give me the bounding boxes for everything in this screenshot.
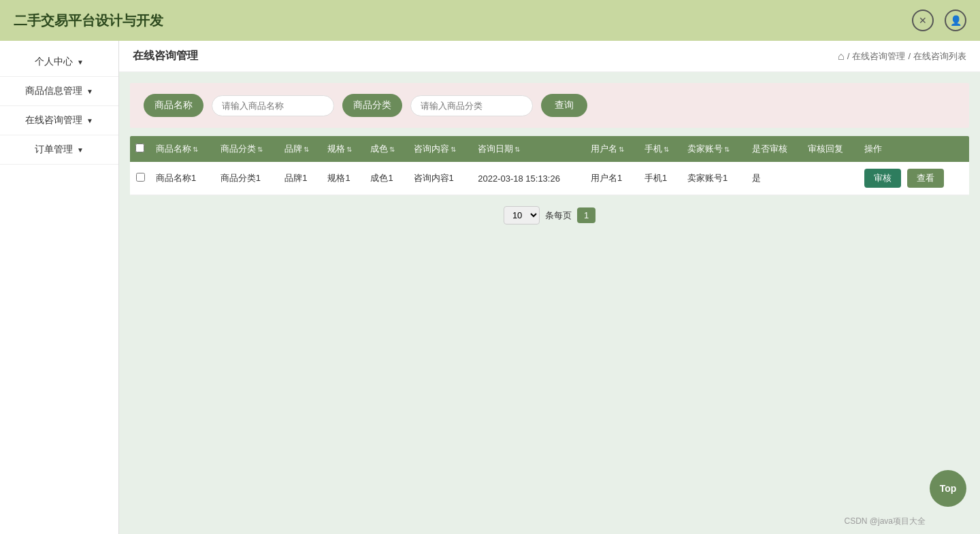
page-title: 在线咨询管理 xyxy=(133,49,198,63)
col-spec[interactable]: 规格⇅ xyxy=(322,136,365,162)
sidebar-item-consultation[interactable]: 在线咨询管理 ▼ xyxy=(0,106,118,135)
app-title: 二手交易平台设计与开发 xyxy=(14,12,163,30)
main-content: 在线咨询管理 ⌂ / 在线咨询管理 / 在线咨询列表 商品名称 商品分类 查询 xyxy=(119,41,980,534)
footer-note: CSDN @java项目大全 xyxy=(844,516,926,527)
col-product-name[interactable]: 商品名称⇅ xyxy=(150,136,215,162)
pagination: 10 20 50 条每页 1 xyxy=(130,195,969,235)
col-brand[interactable]: 品牌⇅ xyxy=(279,136,322,162)
chevron-down-icon: ▼ xyxy=(86,117,93,124)
per-page-label: 条每页 xyxy=(545,210,572,222)
row-checkbox-cell xyxy=(130,162,150,195)
cell-content: 咨询内容1 xyxy=(408,162,473,195)
user-icon[interactable]: 👤 xyxy=(945,10,966,31)
search-label-name: 商品名称 xyxy=(144,94,203,117)
cell-product-name: 商品名称1 xyxy=(150,162,215,195)
col-action: 操作 xyxy=(859,136,969,162)
search-label-category: 商品分类 xyxy=(342,94,402,117)
table-row: 商品名称1 商品分类1 品牌1 规格1 成色1 咨询内容1 2022-03-18… xyxy=(130,162,969,195)
sidebar-item-label: 商品信息管理 xyxy=(25,85,82,97)
search-input-category[interactable] xyxy=(410,95,533,116)
breadcrumb-part1: 在线咨询管理 xyxy=(852,50,905,63)
col-reply: 审核回复 xyxy=(802,136,859,162)
header-icons: ✕ 👤 xyxy=(912,10,966,31)
col-date[interactable]: 咨询日期⇅ xyxy=(472,136,585,162)
sidebar-item-label: 个人中心 xyxy=(35,56,73,68)
cell-audited: 是 xyxy=(747,162,803,195)
chevron-down-icon: ▼ xyxy=(77,59,84,66)
col-category[interactable]: 商品分类⇅ xyxy=(215,136,280,162)
cell-spec: 规格1 xyxy=(322,162,365,195)
cell-date: 2022-03-18 15:13:26 xyxy=(472,162,585,195)
select-all-checkbox[interactable] xyxy=(135,144,144,152)
cell-seller: 卖家账号1 xyxy=(682,162,747,195)
col-condition[interactable]: 成色⇅ xyxy=(365,136,408,162)
page-header-bar: 在线咨询管理 ⌂ / 在线咨询管理 / 在线咨询列表 xyxy=(119,41,980,72)
table-container: 商品名称⇅ 商品分类⇅ 品牌⇅ 规格⇅ 成色⇅ 咨询内容⇅ 咨询日期⇅ 用户名⇅… xyxy=(130,136,969,195)
sidebar: 个人中心 ▼ 商品信息管理 ▼ 在线咨询管理 ▼ 订单管理 ▼ xyxy=(0,41,119,534)
sidebar-item-orders[interactable]: 订单管理 ▼ xyxy=(0,135,118,165)
cell-brand: 品牌1 xyxy=(279,162,322,195)
chevron-down-icon: ▼ xyxy=(86,88,93,95)
sidebar-item-label: 订单管理 xyxy=(35,144,73,156)
per-page-select[interactable]: 10 20 50 xyxy=(504,206,540,224)
app-header: 二手交易平台设计与开发 ✕ 👤 xyxy=(0,0,980,41)
cell-category: 商品分类1 xyxy=(215,162,280,195)
col-username[interactable]: 用户名⇅ xyxy=(585,136,639,162)
sidebar-item-personal[interactable]: 个人中心 ▼ xyxy=(0,48,118,77)
cell-phone: 手机1 xyxy=(639,162,682,195)
close-icon[interactable]: ✕ xyxy=(912,10,934,31)
main-layout: 个人中心 ▼ 商品信息管理 ▼ 在线咨询管理 ▼ 订单管理 ▼ 在线咨询管理 ⌂… xyxy=(0,41,980,534)
sidebar-item-products[interactable]: 商品信息管理 ▼ xyxy=(0,77,118,106)
col-phone[interactable]: 手机⇅ xyxy=(639,136,682,162)
search-input-name[interactable] xyxy=(212,95,334,116)
breadcrumb-sep2: / xyxy=(908,51,911,61)
col-audited: 是否审核 xyxy=(747,136,803,162)
sidebar-item-label: 在线咨询管理 xyxy=(25,114,82,127)
table-header-row: 商品名称⇅ 商品分类⇅ 品牌⇅ 规格⇅ 成色⇅ 咨询内容⇅ 咨询日期⇅ 用户名⇅… xyxy=(130,136,969,162)
select-all-header xyxy=(130,136,150,162)
breadcrumb-part2: 在线咨询列表 xyxy=(913,50,966,63)
row-checkbox[interactable] xyxy=(136,173,145,182)
col-content[interactable]: 咨询内容⇅ xyxy=(408,136,473,162)
search-bar: 商品名称 商品分类 查询 xyxy=(130,83,969,128)
cell-condition: 成色1 xyxy=(365,162,408,195)
content-area: 商品名称 商品分类 查询 商品名称⇅ 商品分类⇅ xyxy=(119,72,980,246)
chevron-down-icon: ▼ xyxy=(77,146,84,154)
view-button[interactable]: 查看 xyxy=(907,169,944,188)
cell-reply xyxy=(802,162,859,195)
col-seller[interactable]: 卖家账号⇅ xyxy=(682,136,747,162)
consultation-table: 商品名称⇅ 商品分类⇅ 品牌⇅ 规格⇅ 成色⇅ 咨询内容⇅ 咨询日期⇅ 用户名⇅… xyxy=(130,136,969,195)
page-number-1[interactable]: 1 xyxy=(577,207,595,223)
breadcrumb-sep1: / xyxy=(847,51,850,61)
top-button[interactable]: Top xyxy=(930,470,966,507)
cell-actions: 审核 查看 xyxy=(859,162,969,195)
home-icon[interactable]: ⌂ xyxy=(838,50,845,63)
cell-username: 用户名1 xyxy=(585,162,639,195)
audit-button[interactable]: 审核 xyxy=(864,169,901,188)
search-button[interactable]: 查询 xyxy=(541,94,587,117)
breadcrumb: ⌂ / 在线咨询管理 / 在线咨询列表 xyxy=(838,50,966,63)
